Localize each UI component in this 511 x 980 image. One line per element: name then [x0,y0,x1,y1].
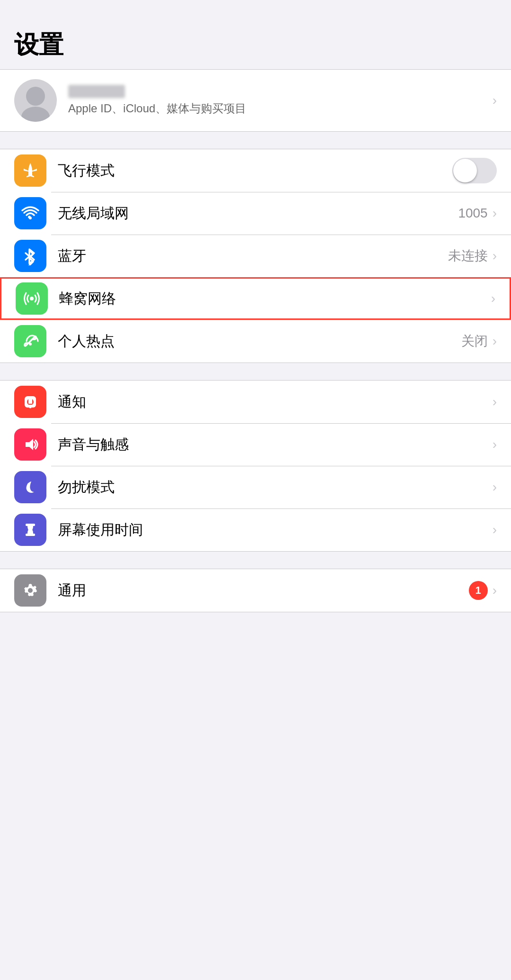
svg-point-10 [29,406,32,408]
settings-row-airplane-mode[interactable]: 飞行模式 [0,149,511,192]
svg-point-1 [21,107,50,122]
general-section: 通用 1 › [0,569,511,612]
svg-line-5 [28,339,32,343]
blurred-name [68,85,125,98]
wifi-label: 无线局域网 [58,204,458,223]
settings-row-dnd[interactable]: 勿扰模式 › [0,466,511,508]
avatar [14,79,57,122]
sounds-label: 声音与触感 [58,435,493,454]
cellular-label: 蜂窝网络 [59,289,491,309]
apple-id-subtitle: Apple ID、iCloud、媒体与购买项目 [68,101,488,116]
bluetooth-icon-box [14,240,46,272]
settings-row-screentime[interactable]: 屏幕使用时间 › [0,508,511,551]
bluetooth-icon [21,246,40,265]
notifications-icon-box [14,386,46,418]
svg-rect-12 [26,524,35,526]
hotspot-label: 个人热点 [58,332,461,351]
wifi-chevron: › [493,206,497,221]
general-chevron: › [493,583,497,598]
airplane-mode-label: 飞行模式 [58,161,448,181]
svg-point-0 [26,87,45,106]
wifi-icon-box [14,197,46,229]
toggle-knob [453,159,477,182]
cellular-chevron: › [491,291,495,306]
page-title: 设置 [14,28,497,62]
general-icon [21,581,40,600]
page-title-section: 设置 [0,0,511,69]
svg-marker-11 [26,439,33,450]
dnd-label: 勿扰模式 [58,478,493,497]
settings-row-bluetooth[interactable]: 蓝牙 未连接 › [0,235,511,277]
cellular-icon-box [16,282,48,315]
apple-id-info: Apple ID、iCloud、媒体与购买项目 [68,85,488,116]
general-badge: 1 [469,581,488,600]
airplane-mode-icon-box [14,154,46,187]
screentime-label: 屏幕使用时间 [58,520,493,540]
settings-row-wifi[interactable]: 无线局域网 1005 › [0,192,511,235]
bluetooth-chevron: › [493,248,497,263]
general-label: 通用 [58,581,469,600]
apple-id-chevron: › [493,93,497,108]
notifications-label: 通知 [58,392,493,412]
connectivity-section: 飞行模式 无线局域网 1005 › 蓝牙 未连 [0,149,511,363]
settings-row-cellular[interactable]: 蜂窝网络 › [0,277,511,320]
hotspot-icon [21,332,40,351]
svg-point-14 [28,588,33,593]
bluetooth-value: 未连接 [448,247,488,265]
hotspot-chevron: › [493,334,497,349]
hotspot-icon-box [14,325,46,357]
cellular-icon [22,289,41,308]
settings-row-sounds[interactable]: 声音与触感 › [0,423,511,466]
svg-point-2 [29,217,32,219]
dnd-chevron: › [493,480,497,495]
svg-point-6 [29,343,32,345]
airplane-mode-toggle[interactable] [452,158,497,183]
dnd-icon-box [14,471,46,503]
sounds-chevron: › [493,437,497,452]
apple-id-name [68,85,488,98]
notifications-icon [21,392,40,411]
bluetooth-label: 蓝牙 [58,246,448,266]
svg-rect-13 [26,534,35,536]
svg-point-4 [30,297,34,300]
sounds-icon-box [14,428,46,461]
wifi-icon [21,204,40,223]
settings-row-notifications[interactable]: 通知 › [0,381,511,423]
settings-row-hotspot[interactable]: 个人热点 关闭 › [0,320,511,363]
notifications-chevron: › [493,394,497,409]
dnd-icon [21,478,40,497]
screentime-icon-box [14,514,46,546]
screentime-chevron: › [493,522,497,537]
sounds-icon [21,435,40,454]
notifications-section: 通知 › 声音与触感 › 勿扰模式 › [0,380,511,552]
airplane-icon [21,161,40,180]
wifi-value: 1005 [458,206,487,221]
general-icon-box [14,574,46,607]
screentime-icon [21,520,40,539]
apple-id-row[interactable]: Apple ID、iCloud、媒体与购买项目 › [0,69,511,132]
hotspot-value: 关闭 [461,332,488,350]
settings-row-general[interactable]: 通用 1 › [0,569,511,612]
